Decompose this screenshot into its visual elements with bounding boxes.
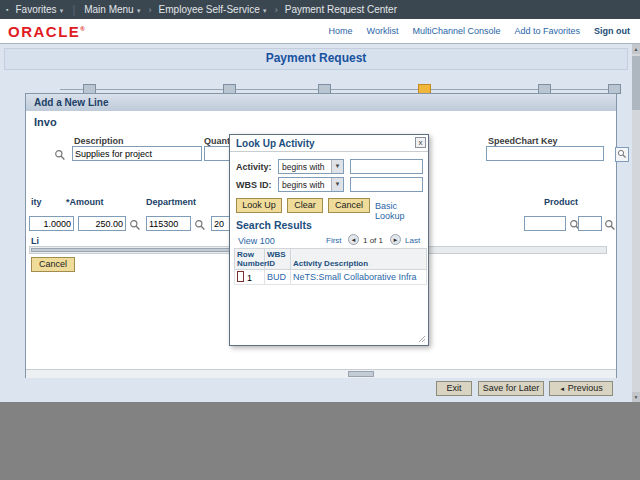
header-links: Home Worklist MultiChannel Console Add t… [329, 26, 630, 36]
breadcrumb-employee-self-service[interactable]: Employee Self-Service▼ [159, 4, 268, 15]
chevron-down-icon: ▼ [59, 8, 65, 14]
chevron-down-icon: ▼ [136, 8, 142, 14]
dialog-title-bar: Look Up Activity [230, 135, 428, 152]
save-for-later-button[interactable]: Save for Later [478, 381, 544, 396]
search-results-table: Row Number WBS ID Activity Description 1… [234, 248, 427, 285]
cancel-button[interactable]: Cancel [31, 257, 75, 272]
add-to-favorites-link[interactable]: Add to Favorites [514, 26, 580, 36]
wbs-value-input[interactable] [350, 177, 423, 192]
search-results-heading: Search Results [236, 219, 312, 231]
speedchart-key-label: SpeedChart Key [488, 136, 558, 146]
scrollbar-thumb[interactable] [348, 371, 374, 377]
dialog-title: Look Up Activity [236, 138, 315, 149]
grid-col-product: Product [544, 197, 578, 207]
quantity-label: Quant [204, 136, 230, 146]
menu-separator: │ [72, 5, 78, 15]
vertical-scrollbar[interactable]: ▲ ▼ [632, 44, 640, 402]
header-bar: ORACLE® Home Worklist MultiChannel Conso… [0, 19, 640, 44]
grid-col-amount: *Amount [66, 197, 104, 207]
lookup-magnifier-icon[interactable] [54, 149, 66, 161]
breadcrumb-payment-request-center: Payment Request Center [285, 4, 397, 15]
wbs-id-label: WBS ID: [236, 180, 272, 190]
breadcrumb-separator-icon: › [275, 5, 278, 15]
description-label: Description [74, 136, 124, 146]
table-header-row: Row Number WBS ID Activity Description [235, 249, 427, 270]
sign-out-link[interactable]: Sign out [594, 26, 630, 36]
window-horizontal-scrollbar[interactable] [26, 369, 616, 378]
previous-button[interactable]: ◄ Previous [549, 381, 613, 396]
top-menu-bar: ▪ Favorites▼ │ Main Menu▼ › Employee Sel… [0, 0, 640, 19]
close-icon[interactable]: x [415, 137, 426, 148]
col-row-number: Row Number [235, 249, 265, 270]
grid-product-input[interactable] [524, 216, 566, 231]
breadcrumb-separator-icon: › [149, 5, 152, 15]
grid-extra-input[interactable] [578, 216, 602, 231]
favorites-menu[interactable]: Favorites▼ [15, 4, 64, 15]
table-row: 1 BUD NeTS:Small Collaborative Infra [235, 270, 427, 285]
grid-col-department: Department [146, 197, 196, 207]
worklist-link[interactable]: Worklist [367, 26, 399, 36]
speedchart-prompt-button[interactable] [615, 147, 629, 162]
pager-first-link[interactable]: First [326, 236, 342, 245]
previous-arrow-icon: ◄ [559, 386, 565, 392]
wbs-id-cell[interactable]: BUD [265, 270, 291, 285]
multichannel-console-link[interactable]: MultiChannel Console [412, 26, 500, 36]
scroll-up-icon[interactable]: ▲ [632, 44, 640, 54]
previous-page-icon[interactable]: ◄ [348, 234, 359, 245]
col-wbs-id: WBS ID [265, 249, 291, 270]
amount-lookup-icon[interactable] [129, 219, 141, 231]
chevron-down-icon: ▼ [262, 8, 268, 14]
activity-label: Activity: [236, 162, 272, 172]
oracle-logo: ORACLE® [8, 23, 85, 40]
chevron-down-icon: ▼ [331, 160, 343, 173]
train-line [60, 89, 618, 90]
extra-lookup-icon[interactable] [604, 219, 616, 231]
line-label: Li [31, 236, 39, 246]
department-lookup-icon[interactable] [194, 219, 206, 231]
resize-grip-icon[interactable] [416, 333, 426, 343]
view-100-link[interactable]: View 100 [238, 236, 275, 246]
activity-description-cell[interactable]: NeTS:Small Collaborative Infra [291, 270, 427, 285]
basic-lookup-link[interactable]: Basic Lookup [375, 201, 428, 221]
col-activity-description: Activity Description [291, 249, 427, 270]
row-marker-icon [237, 271, 244, 282]
grid-col-quantity: ity [31, 197, 42, 207]
speedchart-key-input[interactable] [486, 146, 604, 161]
window-title: Add a New Line [26, 94, 616, 111]
dialog-cancel-button[interactable]: Cancel [328, 198, 370, 213]
next-page-icon[interactable]: ► [390, 234, 401, 245]
section-label: Invo [34, 116, 57, 128]
activity-value-input[interactable] [350, 159, 423, 174]
look-up-button[interactable]: Look Up [236, 198, 282, 213]
grid-amount-input[interactable] [78, 216, 126, 231]
description-input[interactable] [72, 146, 202, 161]
home-icon: ▪ [6, 6, 8, 13]
wbs-operator-select[interactable]: begins with ▼ [278, 177, 344, 192]
main-menu[interactable]: Main Menu▼ [84, 4, 141, 15]
chevron-down-icon: ▼ [331, 178, 343, 191]
scrollbar-thumb[interactable] [632, 56, 640, 110]
home-link[interactable]: Home [329, 26, 353, 36]
clear-button[interactable]: Clear [287, 198, 323, 213]
screen: ▪ Favorites▼ │ Main Menu▼ › Employee Sel… [0, 0, 640, 480]
row-number-cell: 1 [235, 270, 265, 285]
scroll-down-icon[interactable]: ▼ [632, 392, 640, 402]
grid-department-input[interactable] [146, 216, 191, 231]
exit-button[interactable]: Exit [436, 381, 472, 396]
pager-range: 1 of 1 [363, 236, 383, 245]
grid-quantity-input[interactable] [29, 216, 74, 231]
pager-last-link[interactable]: Last [405, 236, 420, 245]
activity-operator-select[interactable]: begins with ▼ [278, 159, 344, 174]
lookup-activity-dialog: Look Up Activity x Activity: begins with… [229, 134, 429, 346]
page-title: Payment Request [0, 51, 632, 65]
